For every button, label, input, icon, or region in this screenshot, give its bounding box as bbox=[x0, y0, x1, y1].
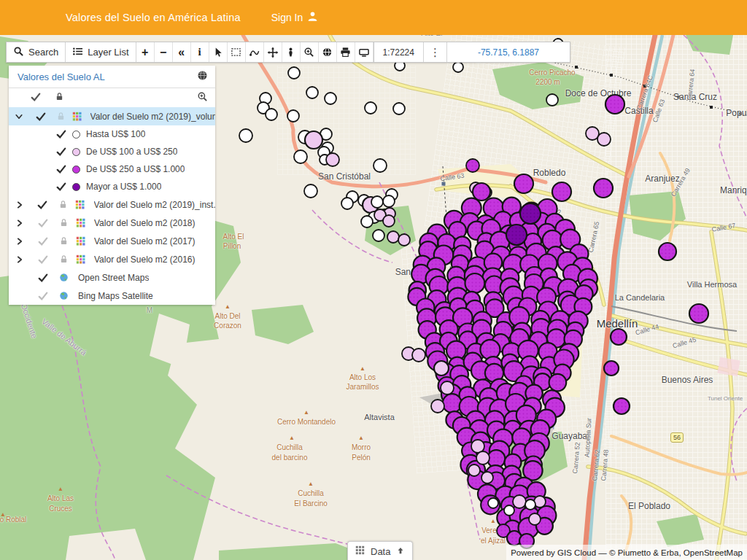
map-marker[interactable] bbox=[239, 129, 252, 142]
layer-visibility-checkbox[interactable] bbox=[31, 200, 55, 210]
check-all-toggle[interactable] bbox=[31, 92, 55, 104]
map-marker[interactable] bbox=[398, 234, 410, 246]
map-marker[interactable] bbox=[659, 243, 676, 260]
map-marker[interactable] bbox=[306, 87, 318, 98]
map-marker[interactable] bbox=[383, 215, 395, 227]
select-box-button[interactable] bbox=[228, 42, 246, 62]
sign-in-button[interactable]: Sign In bbox=[271, 11, 319, 24]
legend-visibility-checkbox[interactable] bbox=[50, 129, 72, 139]
layer-visibility-checkbox[interactable] bbox=[31, 254, 55, 265]
map-marker[interactable] bbox=[304, 184, 317, 198]
expand-icon[interactable] bbox=[9, 255, 31, 264]
select-pointer-button[interactable] bbox=[209, 42, 228, 62]
legend-visibility-checkbox[interactable] bbox=[50, 182, 72, 192]
map-marker[interactable] bbox=[605, 95, 624, 114]
map-marker[interactable] bbox=[513, 495, 526, 508]
more-options-button[interactable]: ⋮ bbox=[424, 42, 447, 62]
layer-row[interactable]: Valor del Suelo m2 (2018) bbox=[9, 214, 215, 232]
map-marker[interactable] bbox=[393, 103, 405, 114]
map-marker[interactable] bbox=[361, 216, 373, 228]
layer-row[interactable]: Valor del Suelo m2 (2019)_inst. bbox=[9, 195, 215, 214]
map-marker[interactable] bbox=[325, 93, 336, 104]
map-marker[interactable] bbox=[504, 505, 514, 516]
basemap-visibility-checkbox[interactable] bbox=[31, 273, 55, 283]
expand-icon[interactable] bbox=[9, 201, 31, 209]
info-button[interactable]: i bbox=[191, 42, 209, 62]
map-marker[interactable] bbox=[373, 230, 384, 241]
layer-visibility-checkbox[interactable] bbox=[29, 112, 52, 122]
layer-row[interactable]: Valor del Suelo m2 (2017) bbox=[9, 232, 215, 250]
expand-icon[interactable] bbox=[9, 219, 31, 228]
map-marker[interactable] bbox=[689, 304, 708, 323]
map-marker[interactable] bbox=[525, 499, 535, 510]
map-marker[interactable] bbox=[529, 513, 541, 525]
map-marker[interactable] bbox=[412, 349, 425, 362]
map-marker[interactable] bbox=[473, 183, 490, 201]
measure-button[interactable] bbox=[246, 42, 264, 62]
collapse-icon[interactable] bbox=[9, 112, 29, 121]
map-marker[interactable] bbox=[266, 109, 277, 120]
map-marker[interactable] bbox=[604, 361, 619, 376]
map-marker[interactable] bbox=[341, 198, 353, 209]
map-marker[interactable] bbox=[453, 62, 463, 72]
lock-icon[interactable] bbox=[55, 218, 72, 228]
street-view-button[interactable] bbox=[282, 42, 301, 62]
map-marker[interactable] bbox=[594, 179, 613, 198]
map-marker[interactable] bbox=[287, 110, 299, 122]
map-marker[interactable] bbox=[488, 498, 498, 508]
map-marker[interactable] bbox=[326, 153, 339, 166]
map-marker[interactable] bbox=[434, 361, 449, 376]
screen-button[interactable] bbox=[355, 42, 374, 62]
map-marker[interactable] bbox=[468, 464, 480, 476]
expand-icon[interactable] bbox=[9, 237, 31, 246]
layer-list-button[interactable]: Layer List bbox=[66, 42, 136, 62]
lock-all-icon[interactable] bbox=[55, 92, 72, 104]
layer-row[interactable]: Valor del Suelo m2 (2016) bbox=[9, 250, 215, 268]
map-marker[interactable] bbox=[514, 174, 533, 193]
basemap-row[interactable]: Open Street Maps bbox=[9, 268, 215, 287]
map-marker[interactable] bbox=[552, 182, 571, 201]
map-marker[interactable] bbox=[371, 196, 383, 208]
map-marker[interactable] bbox=[441, 381, 454, 394]
basemap-visibility-checkbox[interactable] bbox=[31, 291, 55, 301]
map-marker[interactable] bbox=[288, 67, 300, 79]
previous-extent-button[interactable]: « bbox=[173, 42, 191, 62]
globe-icon[interactable] bbox=[197, 70, 208, 83]
basemap-row[interactable]: Bing Maps Satellite bbox=[9, 287, 215, 305]
map-marker[interactable] bbox=[546, 94, 558, 106]
map-marker[interactable] bbox=[305, 131, 322, 149]
pan-button[interactable] bbox=[264, 42, 282, 62]
map-marker[interactable] bbox=[476, 451, 489, 464]
zoom-out-button[interactable]: − bbox=[155, 42, 173, 62]
lock-icon[interactable] bbox=[55, 200, 72, 209]
zoom-in-button[interactable]: + bbox=[136, 42, 155, 62]
layer-visibility-checkbox[interactable] bbox=[31, 236, 55, 246]
lock-icon[interactable] bbox=[55, 236, 72, 246]
zoom-to-layer-icon[interactable] bbox=[197, 91, 208, 104]
map-marker[interactable] bbox=[614, 398, 630, 414]
map-marker[interactable] bbox=[431, 400, 444, 413]
map-marker[interactable] bbox=[481, 472, 493, 483]
map-marker[interactable] bbox=[365, 102, 376, 114]
lock-icon[interactable] bbox=[53, 112, 69, 121]
layer-row[interactable]: Valor del Suelo m2 (2019)_volunt. bbox=[9, 107, 215, 125]
map-marker[interactable] bbox=[374, 159, 387, 172]
legend-visibility-checkbox[interactable] bbox=[50, 164, 72, 174]
search-button[interactable]: Search bbox=[7, 42, 66, 62]
map-marker[interactable] bbox=[465, 273, 485, 293]
map-marker[interactable] bbox=[387, 231, 399, 243]
map-marker[interactable] bbox=[506, 225, 527, 245]
map-marker[interactable] bbox=[549, 374, 567, 392]
legend-visibility-checkbox[interactable] bbox=[50, 147, 72, 157]
layer-visibility-checkbox[interactable] bbox=[31, 218, 55, 228]
map-marker[interactable] bbox=[597, 133, 611, 146]
zoom-box-button[interactable] bbox=[301, 42, 319, 62]
map-marker[interactable] bbox=[383, 195, 395, 207]
data-panel-button[interactable]: Data bbox=[347, 541, 413, 560]
full-extent-button[interactable] bbox=[319, 42, 337, 62]
map-marker[interactable] bbox=[294, 150, 307, 163]
map-marker[interactable] bbox=[443, 394, 462, 413]
lock-icon[interactable] bbox=[55, 254, 72, 264]
map-marker[interactable] bbox=[466, 159, 479, 172]
print-button[interactable] bbox=[337, 42, 355, 62]
